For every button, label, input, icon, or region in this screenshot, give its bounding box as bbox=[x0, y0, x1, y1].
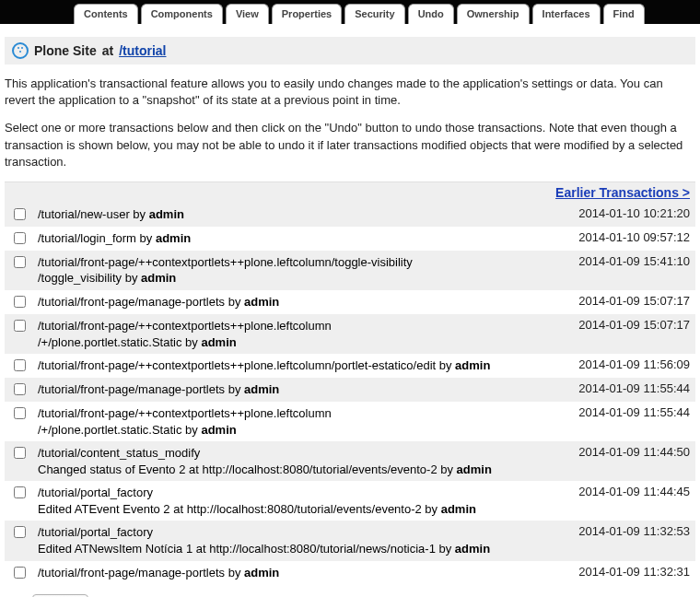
transaction-row: /tutorial/front-page/++contextportlets++… bbox=[5, 314, 695, 354]
transaction-date: 2014-01-09 11:44:50 bbox=[578, 445, 690, 459]
tab-undo[interactable]: Undo bbox=[408, 4, 454, 24]
transaction-checkbox[interactable] bbox=[14, 320, 26, 332]
transactions-table: Earlier Transactions > /tutorial/new-use… bbox=[5, 181, 695, 585]
transaction-description: /tutorial/front-page/++contextportlets++… bbox=[38, 357, 569, 374]
transaction-row: /tutorial/front-page/manage-portlets by … bbox=[5, 290, 695, 314]
transaction-checkbox[interactable] bbox=[14, 526, 26, 538]
transaction-user: admin bbox=[455, 358, 490, 372]
transaction-user: admin bbox=[201, 423, 236, 437]
transaction-checkbox[interactable] bbox=[14, 256, 26, 268]
transaction-user: admin bbox=[141, 271, 176, 285]
transaction-description: /tutorial/front-page/manage-portlets by … bbox=[38, 381, 569, 398]
transaction-date: 2014-01-09 11:55:44 bbox=[578, 381, 690, 395]
transaction-checkbox[interactable] bbox=[14, 359, 26, 371]
transaction-date: 2014-01-10 10:21:20 bbox=[578, 206, 690, 220]
transaction-row: /tutorial/new-user by admin2014-01-10 10… bbox=[5, 203, 695, 227]
tab-components[interactable]: Components bbox=[141, 4, 223, 24]
transaction-date: 2014-01-09 15:41:10 bbox=[578, 254, 690, 268]
tab-interfaces[interactable]: Interfaces bbox=[532, 4, 601, 24]
transaction-date: 2014-01-09 11:32:53 bbox=[578, 524, 690, 538]
tab-find[interactable]: Find bbox=[603, 4, 645, 24]
undo-button[interactable]: Undo bbox=[32, 594, 88, 598]
transaction-row: /tutorial/front-page/++contextportlets++… bbox=[5, 402, 695, 441]
transaction-description: /tutorial/content_status_modifyChanged s… bbox=[38, 445, 569, 477]
tab-strip: ContentsComponentsViewPropertiesSecurity… bbox=[74, 4, 695, 24]
transaction-checkbox[interactable] bbox=[14, 486, 26, 498]
transaction-description: /tutorial/portal_factoryEdited ATNewsIte… bbox=[38, 524, 569, 556]
transaction-description: /tutorial/front-page/++contextportlets++… bbox=[38, 405, 569, 438]
transaction-row: /tutorial/portal_factoryEdited ATEvent E… bbox=[5, 481, 695, 521]
transaction-row: /tutorial/front-page/manage-portlets by … bbox=[5, 378, 695, 402]
object-path-link[interactable]: /tutorial bbox=[119, 43, 166, 58]
transactions-header-row: Earlier Transactions > bbox=[5, 181, 695, 203]
transaction-date: 2014-01-09 11:32:31 bbox=[578, 565, 690, 579]
tab-view[interactable]: View bbox=[226, 4, 269, 24]
object-type: Plone Site bbox=[34, 43, 97, 58]
transaction-description: /tutorial/new-user by admin bbox=[38, 206, 569, 223]
tab-ownership[interactable]: Ownership bbox=[457, 4, 530, 24]
action-bar: Undo bbox=[0, 585, 700, 598]
plone-icon bbox=[12, 42, 29, 59]
transaction-date: 2014-01-10 09:57:12 bbox=[578, 230, 690, 244]
tab-contents[interactable]: Contents bbox=[74, 4, 138, 24]
transaction-user: admin bbox=[244, 295, 279, 309]
transaction-checkbox[interactable] bbox=[14, 232, 26, 244]
heading-at: at bbox=[102, 43, 113, 58]
tab-security[interactable]: Security bbox=[344, 4, 404, 24]
transaction-date: 2014-01-09 11:44:45 bbox=[578, 485, 690, 498]
description-2: Select one or more transactions below an… bbox=[5, 120, 695, 170]
transaction-user: admin bbox=[457, 462, 492, 476]
transaction-row: /tutorial/front-page/++contextportlets++… bbox=[5, 251, 695, 290]
transaction-date: 2014-01-09 15:07:17 bbox=[578, 294, 690, 308]
transaction-row: /tutorial/content_status_modifyChanged s… bbox=[5, 441, 695, 481]
transaction-date: 2014-01-09 11:56:09 bbox=[578, 357, 690, 371]
transaction-checkbox[interactable] bbox=[14, 383, 26, 395]
transaction-description: /tutorial/front-page/++contextportlets++… bbox=[38, 254, 569, 287]
heading-bar: Plone Site at /tutorial bbox=[5, 37, 695, 64]
transaction-description: /tutorial/front-page/manage-portlets by … bbox=[38, 294, 569, 310]
transaction-user: admin bbox=[149, 207, 184, 221]
transaction-user: admin bbox=[244, 382, 279, 396]
transaction-description: /tutorial/front-page/manage-portlets by … bbox=[38, 565, 569, 581]
transaction-row: /tutorial/front-page/++contextportlets++… bbox=[5, 354, 695, 378]
transaction-row: /tutorial/portal_factoryEdited ATNewsIte… bbox=[5, 521, 695, 560]
transaction-checkbox[interactable] bbox=[14, 208, 26, 220]
earlier-transactions-link[interactable]: Earlier Transactions > bbox=[555, 185, 690, 200]
tab-properties[interactable]: Properties bbox=[272, 4, 342, 24]
transaction-user: admin bbox=[441, 502, 476, 516]
transaction-user: admin bbox=[244, 566, 279, 579]
transaction-user: admin bbox=[156, 231, 191, 245]
transaction-row: /tutorial/login_form by admin2014-01-10 … bbox=[5, 227, 695, 251]
transaction-date: 2014-01-09 15:07:17 bbox=[578, 318, 690, 332]
transaction-description: /tutorial/login_form by admin bbox=[38, 230, 569, 247]
transaction-user: admin bbox=[455, 542, 490, 556]
transaction-description: /tutorial/front-page/++contextportlets++… bbox=[38, 318, 569, 350]
transaction-row: /tutorial/front-page/manage-portlets by … bbox=[5, 561, 695, 585]
top-bar: ContentsComponentsViewPropertiesSecurity… bbox=[0, 0, 700, 24]
transaction-description: /tutorial/portal_factoryEdited ATEvent E… bbox=[38, 485, 569, 517]
transaction-user: admin bbox=[201, 335, 236, 349]
transaction-checkbox[interactable] bbox=[14, 407, 26, 419]
transaction-checkbox[interactable] bbox=[14, 567, 26, 579]
transaction-checkbox[interactable] bbox=[14, 447, 26, 459]
transaction-checkbox[interactable] bbox=[14, 296, 26, 308]
transaction-date: 2014-01-09 11:55:44 bbox=[578, 405, 690, 419]
description-1: This application's transactional feature… bbox=[5, 76, 695, 109]
